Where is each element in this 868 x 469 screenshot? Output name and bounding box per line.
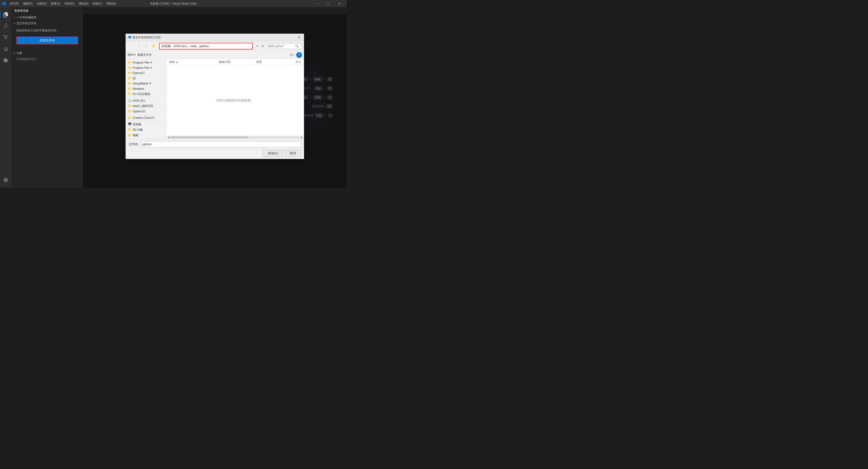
- folder-icon-8: 📁: [128, 104, 132, 108]
- dialog-bottom: 文件夹: 添加(A) 取消: [126, 139, 304, 159]
- folder-icon-4: 📁: [128, 82, 132, 86]
- folder-item-3[interactable]: 📁 Qt: [126, 76, 166, 81]
- folder-item-13[interactable]: 📁 视频: [126, 133, 166, 138]
- scroll-thumb: [170, 136, 248, 138]
- open-editors-section[interactable]: ✓ ✓ 打开的编辑器: [11, 14, 83, 21]
- folder-item-12[interactable]: 📁 3D 对象: [126, 127, 166, 133]
- menu-edit[interactable]: 编辑(E): [21, 1, 34, 7]
- folder-input-row: 文件夹:: [129, 141, 301, 147]
- dialog-close-button[interactable]: ✕: [296, 34, 302, 40]
- close-button[interactable]: ✕: [334, 0, 345, 7]
- nav-recent-button[interactable]: 📁: [151, 43, 157, 49]
- folder-icon-3: 📁: [128, 76, 132, 80]
- menu-file[interactable]: 文件(F): [8, 1, 21, 7]
- add-button[interactable]: 添加(A): [263, 150, 283, 157]
- nav-up-button[interactable]: ↑: [143, 43, 150, 49]
- folder-input[interactable]: [141, 141, 301, 147]
- folder-item-2[interactable]: 📁 Python27: [126, 70, 166, 76]
- file-list-header: 名称 ▲ 修改日期 类型 大小: [166, 59, 304, 65]
- outline-label: ∨ 大纲: [13, 51, 22, 55]
- horizontal-scrollbar[interactable]: ◀ ▶: [166, 136, 304, 139]
- new-folder-button[interactable]: 新建文件夹: [137, 53, 152, 57]
- view-toggle-button[interactable]: ☰ •: [289, 53, 295, 57]
- folder-icon-10: 📁: [128, 116, 132, 120]
- folder-item-text-2: Python27: [133, 71, 164, 75]
- sidebar-title: 资源管理器: [11, 7, 83, 14]
- col-type-header[interactable]: 类型: [256, 60, 281, 64]
- activity-debug[interactable]: [0, 43, 11, 55]
- folder-item-text-0: Program File ✦: [133, 61, 164, 64]
- folder-item-9[interactable]: 📁 System32: [126, 109, 166, 114]
- menu-select[interactable]: 选择(S): [35, 1, 48, 7]
- col-name-header[interactable]: 名称 ▲: [169, 60, 219, 64]
- maximize-button[interactable]: □: [323, 0, 334, 7]
- activity-explorer[interactable]: [0, 9, 11, 21]
- address-dropdown-button[interactable]: ▾: [255, 44, 259, 49]
- folder-item-5[interactable]: 📁 Windows: [126, 86, 166, 91]
- no-results-message: 没有与搜索条件匹配的项。: [216, 98, 254, 103]
- search-icon: 🔍: [295, 44, 299, 48]
- menu-goto[interactable]: 转到(G): [63, 1, 76, 7]
- col-date-header[interactable]: 修改日期: [219, 60, 256, 64]
- nav-back-button[interactable]: ←: [128, 43, 134, 49]
- folder-item-text-4: VirtualMachi ✦: [133, 82, 164, 85]
- search-area[interactable]: 🔍: [266, 43, 302, 49]
- folder-tree: 📁 Program File ✦ 📁 Program File ✦ 📁 Pyth…: [126, 59, 166, 139]
- folder-item-6[interactable]: 📁 01-C语言概述: [126, 91, 166, 97]
- search-input[interactable]: [268, 44, 294, 48]
- scroll-left-button[interactable]: ◀: [167, 136, 170, 139]
- folder-divider-2: [126, 115, 166, 115]
- folder-item-8[interactable]: 📁 day01_编程语言: [126, 103, 166, 109]
- help-button[interactable]: ?: [296, 52, 302, 58]
- folder-item-1[interactable]: 📁 Program File ✦: [126, 65, 166, 70]
- dialog-buttons: 添加(A) 取消: [129, 150, 301, 157]
- menu-view[interactable]: 查看(V): [49, 1, 62, 7]
- outline-section-title[interactable]: ∨ 大纲: [11, 50, 83, 56]
- activity-bar: [0, 7, 11, 188]
- editor-area: 显示所有命令 Ctrl + Shift + P 转到文件... Ctrl + P…: [83, 7, 347, 188]
- open-editors-chevron: ✓: [13, 16, 15, 19]
- dialog-titlebar: 将文件夹添加到工作区 ✕: [126, 34, 304, 41]
- main-layout: 资源管理器 ✓ ✓ 打开的编辑器 ✓ 无打开的文件夹 你还没有在工作区中添加文件…: [0, 7, 347, 188]
- organize-label[interactable]: 组织 ▾: [128, 53, 135, 57]
- folder-item-4[interactable]: 📁 VirtualMachi ✦: [126, 81, 166, 86]
- folder-item-11[interactable]: 🖥️ 此电脑: [126, 122, 166, 127]
- address-part-1: DATA (D:): [174, 44, 187, 48]
- minimize-button[interactable]: ─: [312, 0, 323, 7]
- folder-item-text-8: day01_编程语言: [133, 104, 164, 108]
- titlebar-left: 文件(F) 编辑(E) 选择(S) 查看(V) 转到(G) 调试(D) 终端(T…: [0, 0, 118, 7]
- open-folder-dialog: 将文件夹添加到工作区 ✕ ← → ↑ 📁 此电脑 › DATA (D:) ›: [125, 34, 304, 159]
- cancel-button[interactable]: 取消: [285, 150, 301, 157]
- refresh-button[interactable]: ↻: [260, 44, 265, 49]
- dialog-subtoolbar: 组织 ▾ 新建文件夹 ☰ • ?: [126, 51, 304, 59]
- nav-forward-button[interactable]: →: [135, 43, 142, 49]
- folder-item-text-11: 此电脑: [133, 122, 164, 126]
- folder-item-text-13: 视频: [133, 133, 164, 137]
- scroll-right-button[interactable]: ▶: [300, 136, 303, 139]
- activity-scm[interactable]: [0, 32, 11, 43]
- add-folder-button[interactable]: 添加文件夹: [16, 36, 78, 44]
- folder-item-10[interactable]: 📁 Creative Cloud Fi: [126, 115, 166, 121]
- address-bar[interactable]: 此电脑 › DATA (D:) › code › python: [159, 43, 253, 50]
- menu-help[interactable]: 帮助(H): [104, 1, 118, 7]
- folder-icon-2: 📁: [128, 71, 132, 75]
- activity-settings[interactable]: [0, 174, 11, 186]
- folder-item-text-3: Qt: [133, 77, 164, 80]
- dialog-toolbar: ← → ↑ 📁 此电脑 › DATA (D:) › code › python: [126, 41, 304, 51]
- dialog-title-text: 将文件夹添加到工作区: [132, 35, 296, 39]
- folder-icon-1: 📁: [128, 66, 132, 70]
- titlebar: 文件(F) 编辑(E) 选择(S) 查看(V) 转到(G) 调试(D) 终端(T…: [0, 0, 347, 7]
- address-part-2: code: [190, 44, 197, 48]
- menu-debug[interactable]: 调试(D): [77, 1, 91, 7]
- open-editors-label: ✓ 打开的编辑器: [16, 15, 36, 20]
- no-folder-section[interactable]: ✓ 无打开的文件夹: [11, 21, 83, 26]
- activity-extensions[interactable]: [0, 55, 11, 66]
- folder-item-7[interactable]: 💿 DATA (D:): [126, 98, 166, 103]
- activity-search[interactable]: [0, 21, 11, 32]
- vscode-icon: [0, 0, 7, 7]
- folder-item-0[interactable]: 📁 Program File ✦: [126, 60, 166, 65]
- menu-terminal[interactable]: 终端(T): [91, 1, 104, 7]
- scroll-track[interactable]: [170, 136, 300, 138]
- col-size-header[interactable]: 大小: [281, 60, 301, 64]
- address-part-0: 此电脑: [161, 44, 171, 48]
